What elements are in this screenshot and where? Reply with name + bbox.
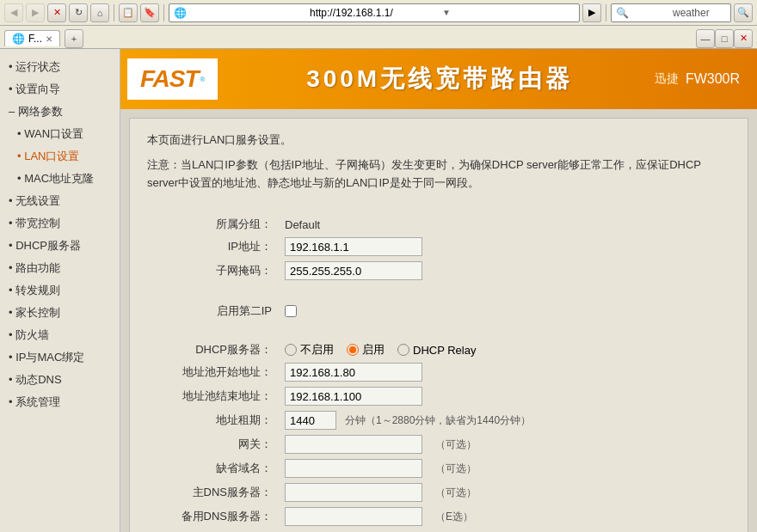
sidebar-item-mac[interactable]: • MAC地址克隆 [0,168,120,190]
bookmark-button[interactable]: 📋 [119,3,138,22]
page-area: FAST ® 300M无线宽带路由器 迅捷 FW300R 本页面进行LAN口服务… [120,49,757,532]
gateway-optional: （可选） [435,437,477,452]
radio-disable-circle [285,344,297,356]
forward-button[interactable]: ▶ [26,3,45,22]
system-bullet: • [9,395,15,408]
dhcp-label: DHCP服务器： [147,342,285,358]
address-dropdown[interactable]: ▼ [442,8,575,17]
sidebar-item-system[interactable]: • 系统管理 [0,391,120,413]
pool-start-input[interactable] [285,363,422,382]
radio-relay-circle [397,344,409,356]
row-mask: 子网掩码： [147,261,730,280]
minimize-button[interactable]: — [696,29,715,48]
bandwidth-bullet: • [9,217,15,229]
pool-start-label: 地址池开始地址： [147,364,285,380]
ip-value [285,237,730,256]
dns2-input[interactable] [285,507,422,526]
pool-end-label: 地址池结束地址： [147,388,285,404]
tab-main[interactable]: 🌐 F... ✕ [4,30,60,46]
browser-chrome: ◀ ▶ ✕ ↻ ⌂ 📋 🔖 🌐 http://192.168.1.1/ ▼ ▶ … [0,0,757,49]
ip-input[interactable] [285,237,422,256]
dhcp-disable-label: 不启用 [300,342,334,358]
wireless-bullet: • [9,194,15,207]
ip-label: IP地址： [147,239,285,254]
dns1-label: 主DNS服务器： [147,485,285,500]
sidebar-item-ddns[interactable]: • 动态DNS [0,369,120,391]
sidebar-item-ipbind[interactable]: • IP与MAC绑定 [0,346,120,369]
home-button[interactable]: ⌂ [90,3,109,22]
row-dns1: 主DNS服务器： （可选） [147,483,730,502]
row-ip: IP地址： [147,237,730,256]
gateway-input[interactable] [285,435,422,454]
domain-label: 缺省域名： [147,461,285,476]
row-group: 所属分组： Default [147,217,730,232]
ipbind-bullet: • [9,351,15,364]
dhcp-option-relay[interactable]: DHCP Relay [397,344,476,357]
lease-input[interactable] [285,411,336,430]
sidebar-item-forward[interactable]: • 转发规则 [0,279,120,302]
dns2-label: 备用DNS服务器： [147,509,285,524]
wan-bullet: • [17,127,24,140]
sidebar-item-route[interactable]: • 路由功能 [0,257,120,279]
header-model: 迅捷 FW300R [655,71,740,87]
row-pool-end: 地址池结束地址： [147,387,730,406]
domain-optional: （可选） [435,462,477,476]
maximize-button[interactable]: □ [715,29,734,48]
form-intro1: 本页面进行LAN口服务设置。 [147,131,730,150]
sidebar-item-dhcp[interactable]: • DHCP服务器 [0,235,120,257]
row-second-ip: 启用第二IP [147,303,730,319]
network-bullet: – [9,105,18,118]
bookmark2-button[interactable]: 🔖 [140,3,159,22]
form-box: 本页面进行LAN口服务设置。 注意：当LAN口IP参数（包括IP地址、子网掩码）… [129,118,748,532]
dhcp-option-enable[interactable]: 启用 [347,342,385,358]
separator3 [606,4,606,21]
address-text: http://192.168.1.1/ [310,7,442,19]
header-logo: FAST ® [127,58,218,100]
sidebar-item-wireless[interactable]: • 无线设置 [0,190,120,212]
window-close-button[interactable]: ✕ [734,29,753,48]
second-ip-checkbox[interactable] [285,305,297,317]
separator1 [114,4,114,21]
dns1-input[interactable] [285,483,422,502]
gateway-value: （可选） [285,435,730,454]
tab-bar: 🌐 F... ✕ + — □ ✕ [0,26,757,48]
group-static: Default [285,218,320,231]
row-domain: 缺省域名： （可选） [147,459,730,478]
logo-dot: ® [200,76,206,83]
pool-end-input[interactable] [285,387,422,406]
dns1-optional: （可选） [435,486,477,500]
search-button[interactable]: 🔍 [734,3,753,22]
group-value: Default [285,218,730,231]
back-button[interactable]: ◀ [4,3,23,22]
sidebar-item-status[interactable]: • 运行状态 [0,56,120,78]
new-tab-button[interactable]: + [65,29,83,48]
sidebar-item-lan[interactable]: • LAN口设置 [0,145,120,168]
dhcp-option-disable[interactable]: 不启用 [285,342,334,358]
tab-title: F... [28,33,42,45]
refresh-button[interactable]: ↻ [69,3,88,22]
pool-end-value [285,387,730,406]
address-bar[interactable]: 🌐 http://192.168.1.1/ ▼ [169,3,580,22]
row-dhcp: DHCP服务器： 不启用 启用 [147,342,730,358]
go-button[interactable]: ▶ [582,3,601,22]
search-engine-icon: 🔍 [616,7,669,19]
mask-input[interactable] [285,261,422,280]
sidebar-item-network[interactable]: – 网络参数 [0,101,120,123]
sidebar-item-wan[interactable]: • WAN口设置 [0,123,120,145]
sidebar-item-firewall[interactable]: • 防火墙 [0,324,120,346]
sidebar-item-parental[interactable]: • 家长控制 [0,302,120,324]
header-brand: 迅捷 [655,71,679,87]
parental-bullet: • [9,306,15,319]
search-bar[interactable]: 🔍 weather [611,3,731,22]
tab-close-button[interactable]: ✕ [46,34,52,44]
toolbar: ◀ ▶ ✕ ↻ ⌂ 📋 🔖 🌐 http://192.168.1.1/ ▼ ▶ … [0,0,757,26]
search-text: weather [673,7,726,19]
close-button[interactable]: ✕ [47,3,66,22]
radio-enable-circle [347,344,359,356]
sidebar-item-wizard[interactable]: • 设置向导 [0,78,120,101]
row-gateway: 网关： （可选） [147,435,730,454]
ddns-bullet: • [9,373,15,386]
sidebar-item-bandwidth[interactable]: • 带宽控制 [0,212,120,235]
domain-input[interactable] [285,459,422,478]
header: FAST ® 300M无线宽带路由器 迅捷 FW300R [120,49,757,109]
